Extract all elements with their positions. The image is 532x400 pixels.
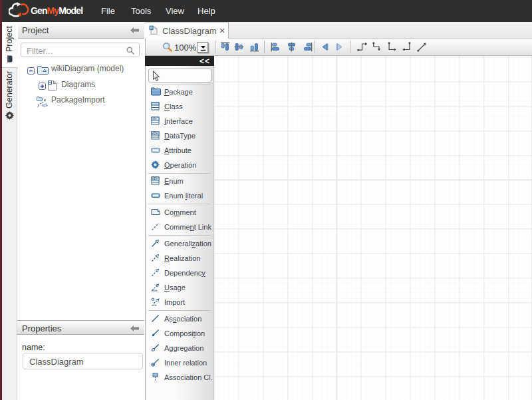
svg-text:«E»: «E»: [152, 177, 158, 180]
svg-text:«I»: «I»: [152, 302, 157, 305]
svg-text:«D»: «D»: [152, 132, 158, 135]
svg-text:«I»: «I»: [152, 117, 157, 120]
svg-text:«I»: «I»: [42, 103, 48, 108]
svg-text:«u»: «u»: [152, 288, 158, 292]
